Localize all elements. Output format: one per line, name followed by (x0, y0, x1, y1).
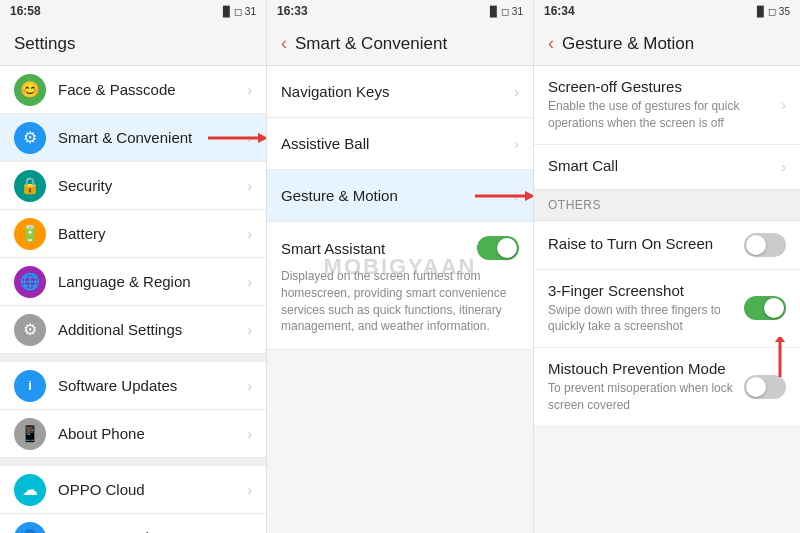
mistouch-prevention-content: Mistouch Prevention Mode To prevent miso… (548, 360, 744, 414)
item-raise-to-turn-on[interactable]: Raise to Turn On Screen (534, 221, 800, 270)
raise-to-turn-on-content: Raise to Turn On Screen (548, 235, 744, 255)
toggle-knob (764, 298, 784, 318)
chevron-right-icon: › (781, 97, 786, 113)
panel-right: 16:34 ▉ ◻ 35 ‹ Gesture & Motion Screen-o… (534, 0, 800, 533)
left-settings-list: 😊 Face & Passcode › ⚙ Smart & Convenient… (0, 66, 266, 533)
svg-marker-5 (775, 337, 785, 342)
toggle-knob (497, 238, 517, 258)
status-bar-right: 16:34 ▉ ◻ 35 (534, 0, 800, 22)
item-assistive-ball[interactable]: Assistive Ball › (267, 118, 533, 170)
others-label: OTHERS (548, 198, 601, 212)
accounts-label: Accounts and Sync (58, 529, 247, 533)
chevron-right-icon: › (247, 274, 252, 290)
item-oppo-cloud[interactable]: ☁ OPPO Cloud › (0, 466, 266, 514)
item-security[interactable]: 🔒 Security › (0, 162, 266, 210)
chevron-right-icon: › (247, 226, 252, 242)
group-gap-1 (0, 354, 266, 362)
middle-panel-title: Smart & Convenient (295, 34, 447, 54)
language-icon: 🌐 (14, 266, 46, 298)
panel-middle: 16:33 ▉ ◻ 31 ‹ Smart & Convenient Naviga… (267, 0, 534, 533)
battery-icon: 🔋 (14, 218, 46, 250)
smart-assistant-section: Smart Assistant Displayed on the screen … (267, 222, 533, 350)
chevron-right-icon: › (247, 482, 252, 498)
raise-to-turn-on-toggle[interactable] (744, 233, 786, 257)
item-language-region[interactable]: 🌐 Language & Region › (0, 258, 266, 306)
item-gesture-motion[interactable]: Gesture & Motion › (267, 170, 533, 222)
screen-off-gestures-desc: Enable the use of gestures for quick ope… (548, 98, 773, 132)
security-label: Security (58, 177, 247, 194)
about-phone-icon: 📱 (14, 418, 46, 450)
icons-middle: ▉ ◻ 31 (490, 6, 523, 17)
security-icon: 🔒 (14, 170, 46, 202)
chevron-right-icon: › (247, 322, 252, 338)
item-screen-off-gestures[interactable]: Screen-off Gestures Enable the use of ge… (534, 66, 800, 145)
item-accounts-sync[interactable]: 👤 Accounts and Sync › (0, 514, 266, 533)
mistouch-prevention-desc: To prevent misoperation when lock screen… (548, 380, 744, 414)
item-mistouch-prevention[interactable]: Mistouch Prevention Mode To prevent miso… (534, 348, 800, 427)
item-face-passcode[interactable]: 😊 Face & Passcode › (0, 66, 266, 114)
face-passcode-label: Face & Passcode (58, 81, 247, 98)
item-battery[interactable]: 🔋 Battery › (0, 210, 266, 258)
time-left: 16:58 (10, 4, 41, 18)
chevron-right-icon: › (247, 426, 252, 442)
chevron-right-icon: › (247, 178, 252, 194)
software-updates-label: Software Updates (58, 377, 247, 394)
back-arrow-middle[interactable]: ‹ (281, 33, 287, 54)
chevron-right-icon: › (247, 530, 252, 534)
icons-left: ▉ ◻ 31 (223, 6, 256, 17)
additional-icon: ⚙ (14, 314, 46, 346)
raise-to-turn-on-title: Raise to Turn On Screen (548, 235, 744, 252)
battery-label: Battery (58, 225, 247, 242)
oppo-cloud-icon: ☁ (14, 474, 46, 506)
face-passcode-icon: 😊 (14, 74, 46, 106)
item-software-updates[interactable]: i Software Updates › (0, 362, 266, 410)
chevron-right-icon: › (514, 136, 519, 152)
right-panel-title: Gesture & Motion (562, 34, 694, 54)
software-updates-icon: i (14, 370, 46, 402)
right-panel-header: ‹ Gesture & Motion (534, 22, 800, 66)
toggle-knob (746, 377, 766, 397)
item-about-phone[interactable]: 📱 About Phone › (0, 410, 266, 458)
smart-assistant-description: Displayed on the screen furthest from ho… (281, 268, 519, 335)
accounts-icon: 👤 (14, 522, 46, 534)
item-navigation-keys[interactable]: Navigation Keys › (267, 66, 533, 118)
oppo-cloud-label: OPPO Cloud (58, 481, 247, 498)
chevron-right-icon: › (247, 378, 252, 394)
item-three-finger-screenshot[interactable]: 3-Finger Screenshot Swipe down with thre… (534, 270, 800, 349)
smart-call-content: Smart Call (548, 157, 773, 177)
middle-settings-list: Navigation Keys › Assistive Ball › Gestu… (267, 66, 533, 533)
middle-panel-header: ‹ Smart & Convenient (267, 22, 533, 66)
screen-off-gestures-title: Screen-off Gestures (548, 78, 773, 95)
left-panel-header: Settings (0, 22, 266, 66)
three-finger-screenshot-desc: Swipe down with three fingers to quickly… (548, 302, 744, 336)
smart-assistant-toggle[interactable] (477, 236, 519, 260)
item-smart-call[interactable]: Smart Call › (534, 145, 800, 190)
time-right: 16:34 (544, 4, 575, 18)
smart-assistant-row: Smart Assistant (281, 236, 519, 260)
assistive-ball-label: Assistive Ball (281, 135, 514, 152)
mistouch-prevention-title: Mistouch Prevention Mode (548, 360, 744, 377)
annotation-arrow-middle (475, 188, 533, 204)
screen-off-gestures-content: Screen-off Gestures Enable the use of ge… (548, 78, 773, 132)
status-bar-left: 16:58 ▉ ◻ 31 (0, 0, 266, 22)
panel-left: 16:58 ▉ ◻ 31 Settings 😊 Face & Passcode … (0, 0, 267, 533)
three-finger-screenshot-toggle[interactable] (744, 296, 786, 320)
smart-call-title: Smart Call (548, 157, 773, 174)
left-panel-title: Settings (14, 34, 75, 54)
additional-label: Additional Settings (58, 321, 247, 338)
svg-marker-1 (258, 133, 266, 143)
status-bar-middle: 16:33 ▉ ◻ 31 (267, 0, 533, 22)
item-additional-settings[interactable]: ⚙ Additional Settings › (0, 306, 266, 354)
svg-marker-3 (525, 191, 533, 201)
chevron-right-icon: › (781, 159, 786, 175)
icons-right: ▉ ◻ 35 (757, 6, 790, 17)
mistouch-prevention-toggle[interactable] (744, 375, 786, 399)
item-smart-convenient[interactable]: ⚙ Smart & Convenient › (0, 114, 266, 162)
smart-convenient-icon: ⚙ (14, 122, 46, 154)
smart-assistant-title: Smart Assistant (281, 240, 477, 257)
others-section-header: OTHERS (534, 190, 800, 221)
back-arrow-right[interactable]: ‹ (548, 33, 554, 54)
time-middle: 16:33 (277, 4, 308, 18)
three-finger-screenshot-content: 3-Finger Screenshot Swipe down with thre… (548, 282, 744, 336)
annotation-arrow-left (208, 130, 266, 146)
